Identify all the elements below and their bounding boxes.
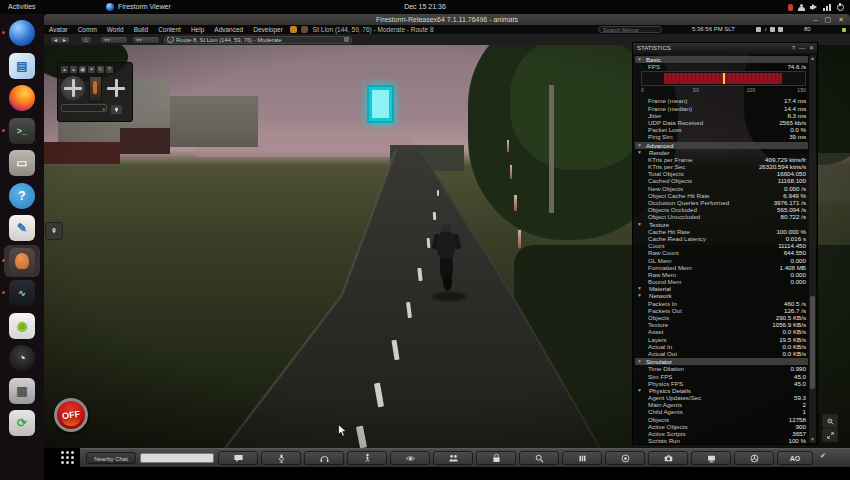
menu-help[interactable]: Help (186, 25, 209, 34)
worldmap-button[interactable] (734, 451, 774, 465)
camera-preset-rear-icon[interactable]: ▣ (79, 66, 86, 73)
scroll-thumb[interactable] (810, 296, 815, 389)
maximize-button[interactable]: ▢ (825, 14, 832, 25)
scroll-up-icon[interactable]: ▲ (809, 55, 816, 62)
expander-icon[interactable]: ▼ (635, 292, 644, 299)
dock-item-firestorm-viewer[interactable] (9, 20, 35, 46)
camera-orbit-joystick[interactable] (61, 76, 85, 100)
stat-section-network[interactable]: ▼Network (635, 292, 808, 299)
camera-preset-dropdown[interactable] (61, 104, 107, 112)
bell-icon[interactable] (290, 26, 297, 33)
dock-item-obs-studio[interactable]: ◔ (9, 345, 35, 371)
camera-mouselook-icon[interactable]: ✦ (88, 66, 95, 73)
window-titlebar[interactable]: Firestorm-Releasex64 7.1.11.76496 - anim… (44, 14, 850, 25)
dock-item-firefox[interactable] (9, 85, 35, 111)
menu-build[interactable]: Build (129, 25, 153, 34)
camera-preset-side-icon[interactable]: ▴ (70, 66, 77, 73)
dock-item-keyboard-utility[interactable]: ▦ (9, 378, 35, 404)
stat-row: Active Scripts3657 (635, 430, 808, 437)
stat-section-advanced[interactable]: ▼Advanced (635, 142, 808, 149)
nav-back-forward[interactable]: ◂ ▸ (50, 36, 70, 44)
menu-advanced[interactable]: Advanced (209, 25, 248, 34)
dock-item-system-monitor[interactable]: ∿ (9, 280, 35, 306)
snapshot-button[interactable] (605, 451, 645, 465)
location-pill-icon[interactable] (344, 37, 349, 42)
dock-item-active-3d-app[interactable] (9, 248, 35, 274)
minimap-button[interactable] (691, 451, 731, 465)
expander-icon[interactable]: ▼ (635, 387, 644, 394)
ao-check-icon[interactable]: ✔ (820, 452, 826, 460)
speak-button[interactable] (261, 451, 301, 465)
minimize-button[interactable]: – (814, 14, 818, 25)
camera-controls-floater[interactable]: ▴ ▴ ▣ ✦ ↻ ? (57, 62, 133, 122)
dock-item-files[interactable]: ▭ (9, 150, 35, 176)
menu-world[interactable]: World (102, 25, 129, 34)
stat-section-basic[interactable]: ▼Basic (635, 56, 808, 63)
photo-button[interactable] (648, 451, 688, 465)
stat-section-simulator[interactable]: ▼Simulator (635, 358, 808, 365)
menu-developer[interactable]: Developer (248, 25, 288, 34)
camera-pan-joystick[interactable] (104, 76, 128, 100)
stat-row: Main Agents2 (635, 401, 808, 408)
ao-button[interactable]: AO (777, 451, 813, 465)
build-button[interactable] (562, 451, 602, 465)
location-input[interactable]: i Route 8, St Lion (144, 59, 76) - Moder… (164, 36, 352, 44)
back-button[interactable]: ◂ (51, 36, 60, 44)
nearby-chat-button[interactable]: Nearby Chat (86, 452, 136, 464)
menu-content[interactable]: Content (153, 25, 186, 34)
dock-item-libreoffice-writer[interactable]: ▤ (9, 53, 35, 79)
statistics-minimize-button[interactable]: — (799, 43, 805, 54)
chat-input[interactable] (140, 453, 214, 463)
dock-item-terminal[interactable]: >_ (9, 118, 35, 144)
expander-icon[interactable]: ▼ (635, 285, 644, 292)
move-button[interactable] (347, 451, 387, 465)
people-button[interactable] (433, 451, 473, 465)
stat-section-material[interactable]: ▼Material (635, 285, 808, 292)
stat-label: Physics FPS (635, 380, 794, 387)
camera-help-icon[interactable]: ? (106, 66, 113, 73)
camera-reset-icon[interactable]: ↻ (97, 66, 104, 73)
engine-off-button[interactable]: OFF (54, 398, 88, 432)
gestures-button[interactable] (304, 451, 344, 465)
menu-comm[interactable]: Comm (73, 25, 102, 34)
show-applications-button[interactable] (54, 449, 80, 466)
expander-icon[interactable]: ▼ (635, 221, 644, 228)
stat-section-physics-details[interactable]: ▼Physics Details (635, 387, 808, 394)
camera-expand-button[interactable] (822, 428, 838, 442)
statistics-help-button[interactable]: ? (792, 43, 795, 54)
stat-section-texture[interactable]: ▼Texture (635, 221, 808, 228)
forward-button[interactable]: ▸ (60, 36, 69, 44)
close-button[interactable]: ✕ (838, 14, 844, 25)
dock-item-software-updater[interactable]: ⟳ (9, 410, 35, 436)
nav-extra-group-1[interactable]: ▾▾ (100, 36, 128, 44)
info-icon[interactable]: i (167, 36, 174, 43)
camera-preset-front-icon[interactable]: ▴ (61, 66, 68, 73)
badge-icon[interactable] (301, 26, 308, 33)
dock-item-nvidia-settings[interactable]: ◉ (9, 313, 35, 339)
camera-flycam-button[interactable] (110, 104, 123, 115)
home-button[interactable]: ⌂ (80, 36, 92, 44)
clock[interactable]: Dec 15 21:36 (0, 0, 850, 14)
expander-icon[interactable]: ▼ (635, 358, 644, 365)
menu-avatar[interactable]: Avatar (44, 25, 73, 34)
toolbar-pin-button[interactable] (45, 222, 63, 240)
camera-zoom-button[interactable] (822, 414, 838, 428)
inventory-button[interactable] (476, 451, 516, 465)
camera-button[interactable] (390, 451, 430, 465)
expander-icon[interactable]: ▼ (635, 56, 644, 63)
expander-icon[interactable]: ▼ (635, 149, 644, 156)
expander-icon[interactable]: ▼ (635, 142, 644, 149)
search-menus-input[interactable] (598, 26, 662, 33)
statistics-floater[interactable]: STATISTICS ? — ✕ ▼BasicFPS74.6 /s0501001… (632, 42, 818, 445)
nav-extra-group-2[interactable]: ▾▾ (132, 36, 160, 44)
search-button[interactable] (519, 451, 559, 465)
stat-section-render[interactable]: ▼Render (635, 149, 808, 156)
system-tray[interactable] (788, 3, 844, 11)
media-status-icons[interactable]: ♪ (756, 27, 783, 32)
statistics-scrollbar[interactable]: ▲ ▼ (809, 55, 816, 443)
chat-button[interactable] (218, 451, 258, 465)
dock-item-text-editor[interactable]: ✎ (9, 215, 35, 241)
statistics-close-button[interactable]: ✕ (809, 43, 814, 54)
dock-item-help[interactable]: ? (9, 183, 35, 209)
scroll-down-icon[interactable]: ▼ (809, 436, 816, 443)
